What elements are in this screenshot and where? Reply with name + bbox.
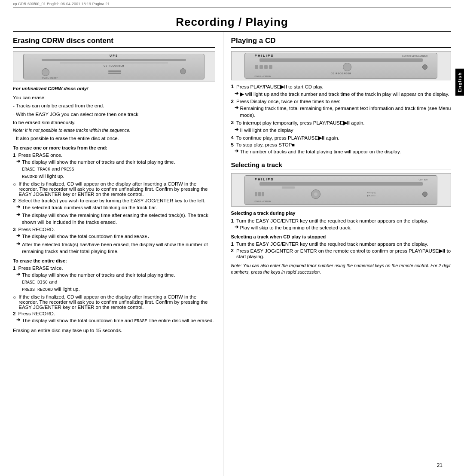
arrow-icon-7: ➔ bbox=[16, 317, 20, 323]
you-can-erase: You can erase: bbox=[13, 94, 215, 101]
estep1-mono1: ERASE DISC bbox=[22, 280, 48, 285]
play-step5-num: 5 bbox=[231, 142, 234, 147]
step2-arrow1: The selected track numbers will start bl… bbox=[22, 204, 157, 211]
step2-text: Select the track(s) you wish to erase by… bbox=[18, 198, 205, 203]
step1-text: Press ERASE once. bbox=[18, 153, 62, 158]
step3-mono1: ERASE. bbox=[134, 235, 150, 239]
arrow-icon-5: ➔ bbox=[16, 241, 20, 247]
estep2-arrow1: The display will show the total countdow… bbox=[22, 317, 214, 324]
play-step3-num: 3 bbox=[231, 120, 234, 125]
selecting-when-stopped-title: Selecting a track when CD play is stoppe… bbox=[231, 234, 451, 240]
play-step5-text: To stop play, press STOP■ bbox=[236, 142, 295, 147]
swhen-step2-num: 2 bbox=[231, 248, 234, 253]
bullet2: - With the EASY JOG you can select more … bbox=[13, 111, 215, 118]
selecting-device-image: PHILIPS CDR 600 bbox=[231, 173, 451, 207]
estep1-text: Press ERASE twice. bbox=[18, 265, 63, 271]
estep1-mono2: PRESS RECORD bbox=[22, 287, 53, 292]
play-step2-num: 2 bbox=[231, 99, 234, 104]
swhen-step2-text: Press EASY JOG/ENTER or ENTER on the rem… bbox=[236, 248, 451, 259]
estep2-text: Press RECORD. bbox=[18, 311, 55, 316]
playing-title: Playing a CD bbox=[231, 37, 451, 48]
step1-mono3b: will light up. bbox=[37, 174, 64, 179]
step1-mono2: PRESS bbox=[61, 167, 74, 172]
left-column: Erasing CDRW discs content UPS CD RECORD… bbox=[13, 32, 223, 476]
device-image-left: UPS CD RECORDER ERASE ● STANDBY bbox=[13, 51, 215, 82]
step3-arrow1: The display will show the total countdow… bbox=[22, 233, 150, 240]
play-step1-arrow1: ▶ will light up and the track number and… bbox=[240, 91, 449, 98]
step2-arrow2: The display will show the remaining time… bbox=[22, 212, 215, 226]
circle-icon-2: ○ bbox=[13, 294, 16, 300]
circle-icon-1: ○ bbox=[13, 181, 16, 187]
unfinalized-note: For unfinalized CDRW discs only! bbox=[13, 85, 215, 92]
page-title: Recording / Playing bbox=[13, 8, 451, 32]
bullet2b: to be erased simultaneously. bbox=[13, 119, 215, 126]
playing-device-image: PHILIPS CDR 600 CD RECORDER CD RECORDER bbox=[231, 51, 451, 80]
play-step4-num: 4 bbox=[231, 135, 234, 140]
arrow-icon-3: ➔ bbox=[16, 212, 20, 217]
erase-end-title: To erase one or more tracks from the end… bbox=[13, 145, 215, 151]
erase-disc-title: To erase the entire disc: bbox=[13, 258, 215, 264]
final-note: Note: You can also enter the required tr… bbox=[231, 262, 451, 275]
play-step1-text: Press PLAY/PAUSE▶II to start CD play. bbox=[236, 84, 324, 90]
page-number: 21 bbox=[437, 462, 443, 468]
step3-arrow2: After the selected track(s) has/have bee… bbox=[22, 241, 215, 255]
play-step2-arrow1: Remaining track time, total remaining ti… bbox=[240, 105, 451, 119]
selecting-title: Selecting a track bbox=[231, 161, 451, 170]
circle1-text: If the disc is finalized, CD will appear… bbox=[18, 181, 215, 197]
step1-mono3: RECORD bbox=[22, 174, 37, 179]
arrow-icon-4: ➔ bbox=[16, 233, 20, 238]
play-step5-arrow1: The number of tracks and the total playi… bbox=[240, 148, 401, 155]
arrow-icon-r5: ➔ bbox=[235, 224, 238, 230]
arrow-icon-6: ➔ bbox=[16, 272, 20, 277]
step3-text: Press RECORD. bbox=[18, 227, 55, 232]
main-title: Recording / Playing bbox=[13, 15, 451, 29]
estep1-arrow1: The display will show the number of trac… bbox=[22, 272, 175, 293]
arrow-icon-r2: ➔ bbox=[235, 105, 238, 110]
play-step3-text: To interrupt play temporarily, press PLA… bbox=[236, 120, 365, 126]
swhen-step1-num: 1 bbox=[231, 241, 234, 247]
step1-arrow1: The display will show the number of trac… bbox=[22, 159, 175, 180]
play-step4-text: To continue play, press PLAY/PAUSE▶II ag… bbox=[236, 135, 339, 141]
play-step1-num: 1 bbox=[231, 84, 234, 89]
ecircle1-text: If the disc is finalized, CD will appear… bbox=[18, 294, 215, 310]
step1-num: 1 bbox=[13, 153, 15, 158]
estep1-mono2b: will light up. bbox=[53, 287, 80, 292]
play-step3-arrow1: II will light on the display bbox=[240, 127, 293, 134]
arrow-icon-r4: ➔ bbox=[235, 148, 238, 154]
left-section-title: Erasing CDRW discs content bbox=[13, 37, 215, 48]
swhen-step1-text: Turn the EASY JOG/ENTER key until the re… bbox=[236, 241, 428, 247]
step3-num: 3 bbox=[13, 227, 15, 232]
selecting-during-play-title: Selecting a track during play bbox=[231, 210, 451, 217]
bullet1: - Tracks can only be erased from the end… bbox=[13, 102, 215, 109]
estep2-num: 2 bbox=[13, 311, 15, 316]
sduring-step1-num: 1 bbox=[231, 218, 234, 223]
estep2-mono1: ERASE bbox=[134, 319, 147, 323]
sduring-arrow1: Play will skip to the beginning of the s… bbox=[240, 224, 352, 231]
erasing-note: Erasing an entire disc may take up to 15… bbox=[13, 327, 215, 334]
step1-mono1b: and bbox=[50, 166, 61, 171]
arrow-icon-2: ➔ bbox=[16, 204, 20, 210]
step1-mono1: ERASE TRACK bbox=[22, 167, 50, 172]
step2-num: 2 bbox=[13, 198, 15, 203]
arrow-icon-r3: ➔ bbox=[235, 127, 238, 132]
play-step2-text: Press Display once, twice or three times… bbox=[236, 99, 340, 104]
estep1-mono1b: and bbox=[48, 279, 57, 284]
note2: - It also possible to erase the entire d… bbox=[13, 135, 215, 142]
sduring-step1-text: Turn the EASY JOG/ENTER key until the re… bbox=[236, 218, 428, 223]
estep1-num: 1 bbox=[13, 265, 15, 271]
arrow-icon-r1: ➔ bbox=[235, 91, 238, 96]
meta-left: xp CDR 600/00_01 English 06-04-2001 18:1… bbox=[13, 2, 110, 6]
arrow-icon-1: ➔ bbox=[16, 159, 20, 164]
estep2-mono1b: The entire disc will be erased. bbox=[148, 318, 214, 323]
note1: Note: It is not possible to erase tracks… bbox=[13, 127, 215, 134]
english-tab: English bbox=[455, 69, 464, 96]
right-column: Playing a CD PHILIPS CDR 600 CD RECORDER bbox=[223, 32, 451, 476]
